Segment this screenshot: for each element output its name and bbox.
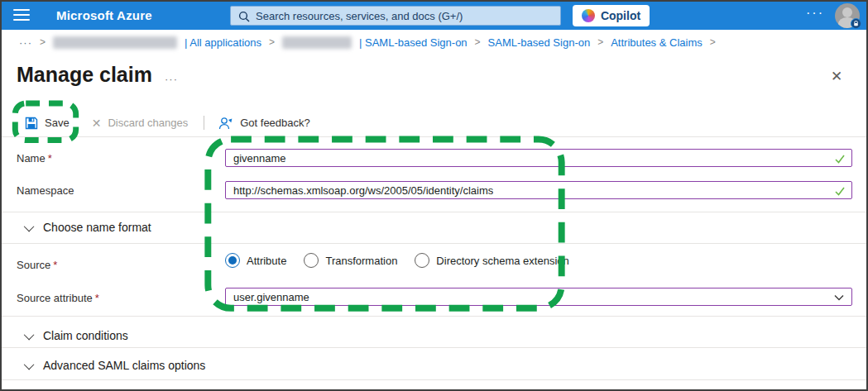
- required-marker: *: [93, 292, 99, 304]
- breadcrumb-redacted-app-name: [53, 36, 177, 49]
- breadcrumb-item-saml-sign-on[interactable]: | SAML-based Sign-on: [359, 36, 468, 49]
- avatar[interactable]: [835, 3, 860, 28]
- divider: [2, 243, 866, 244]
- search-input[interactable]: [256, 7, 554, 25]
- divider: [2, 212, 866, 212]
- feedback-button[interactable]: Got feedback?: [218, 117, 310, 130]
- required-marker: *: [46, 152, 52, 165]
- discard-x-icon: ✕: [92, 117, 102, 130]
- breadcrumb-redacted-app-name: [282, 36, 352, 49]
- discard-label: Discard changes: [108, 117, 188, 129]
- section-choose-name-format[interactable]: Choose name format: [26, 221, 151, 234]
- chevron-down-icon: [834, 294, 844, 301]
- breadcrumb: ··· > | All applications > | SAML-based …: [2, 30, 866, 55]
- chevron-down-icon: [24, 329, 35, 340]
- save-label: Save: [45, 117, 70, 129]
- toolbar-divider: [204, 116, 204, 130]
- azure-portal-window: Microsoft Azure Copilot ··· ··· >: [0, 0, 868, 391]
- section-advanced-saml-options[interactable]: Advanced SAML claims options: [26, 359, 205, 372]
- radio-option-directory-schema-extension[interactable]: Directory schema extension: [415, 253, 568, 268]
- validation-check-icon: [834, 153, 846, 165]
- command-bar: Save ✕ Discard changes Got feedback?: [2, 109, 866, 136]
- save-icon: [25, 117, 38, 130]
- validation-check-icon: [834, 185, 846, 197]
- lock-icon: [851, 18, 861, 29]
- divider: [2, 347, 866, 348]
- radio-icon: [304, 253, 319, 268]
- page-title: Manage claim: [17, 63, 152, 87]
- breadcrumb-separator: >: [40, 36, 46, 48]
- hamburger-menu-icon[interactable]: [13, 9, 30, 22]
- divider: [2, 136, 866, 137]
- breadcrumb-separator: >: [597, 36, 603, 48]
- name-label: Name*: [17, 152, 52, 165]
- radio-option-attribute[interactable]: Attribute: [225, 253, 286, 268]
- section-claim-conditions[interactable]: Claim conditions: [26, 329, 128, 342]
- source-attribute-select[interactable]: user.givenname: [225, 288, 852, 306]
- source-radio-group: Attribute Transformation Directory schem…: [225, 253, 569, 268]
- radio-option-transformation[interactable]: Transformation: [304, 253, 397, 268]
- chevron-down-icon: [24, 359, 35, 370]
- breadcrumb-collapsed-button[interactable]: ···: [19, 36, 32, 49]
- breadcrumb-item-attributes-claims[interactable]: Attributes & Claims: [611, 36, 703, 49]
- breadcrumb-separator: >: [710, 36, 716, 48]
- radio-icon: [415, 253, 429, 268]
- name-input[interactable]: givenname: [225, 149, 852, 167]
- title-more-button[interactable]: ···: [165, 73, 178, 85]
- copilot-button[interactable]: Copilot: [573, 5, 650, 26]
- discard-changes-button[interactable]: ✕ Discard changes: [92, 117, 189, 130]
- radio-icon: [225, 253, 240, 268]
- close-button[interactable]: ✕: [831, 68, 842, 85]
- required-marker: *: [50, 259, 57, 271]
- breadcrumb-item-saml-sign-on-2[interactable]: SAML-based Sign-on: [488, 36, 591, 49]
- breadcrumb-separator: >: [269, 36, 275, 48]
- breadcrumb-separator: >: [475, 36, 481, 48]
- top-bar: Microsoft Azure Copilot ···: [2, 2, 866, 30]
- namespace-input[interactable]: http://schemas.xmlsoap.org/ws/2005/05/id…: [225, 181, 852, 199]
- chevron-down-icon: [24, 221, 35, 231]
- azure-brand[interactable]: Microsoft Azure: [56, 8, 152, 22]
- copilot-icon: [582, 9, 595, 22]
- divider: [2, 316, 866, 317]
- breadcrumb-item-all-applications[interactable]: | All applications: [185, 36, 261, 49]
- search-icon: [238, 11, 250, 22]
- source-attribute-label: Source attribute*: [17, 292, 99, 304]
- divider: [2, 379, 866, 380]
- topbar-more-button[interactable]: ···: [806, 6, 824, 21]
- source-label: Source*: [17, 259, 57, 271]
- namespace-label: Namespace: [17, 184, 74, 197]
- global-search[interactable]: [230, 6, 561, 26]
- feedback-icon: [218, 117, 233, 130]
- feedback-label: Got feedback?: [240, 117, 310, 129]
- save-button[interactable]: Save: [25, 117, 70, 130]
